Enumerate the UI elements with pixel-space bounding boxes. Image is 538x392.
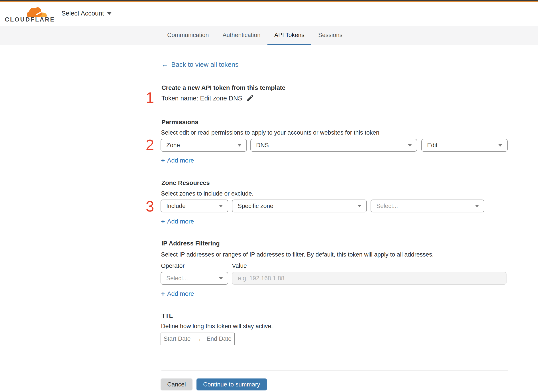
cloudflare-wordmark: CLOUDFLARE bbox=[5, 16, 49, 23]
start-date-placeholder: Start Date bbox=[164, 336, 191, 342]
add-zone-resource-button[interactable]: + Add more bbox=[161, 218, 194, 225]
ip-value-input[interactable] bbox=[232, 272, 506, 285]
top-accent-bar bbox=[0, 0, 538, 2]
permissions-row: Zone DNS Edit bbox=[161, 139, 508, 152]
cloudflare-logo: CLOUDFLARE bbox=[5, 3, 49, 24]
operator-label: Operator bbox=[161, 262, 185, 269]
step-marker-3: 3 bbox=[145, 199, 155, 214]
permissions-title: Permissions bbox=[161, 119, 198, 126]
add-ip-filter-button[interactable]: + Add more bbox=[161, 290, 194, 298]
token-form: ← Back to view all tokens 1 Create a new… bbox=[161, 45, 508, 392]
end-date-placeholder: End Date bbox=[206, 336, 232, 342]
zone-picker-select[interactable]: Select... bbox=[370, 200, 484, 212]
top-dark-strip bbox=[0, 0, 538, 1]
zone-include-exclude-select[interactable]: Include bbox=[161, 200, 228, 212]
profile-tab-bar: Communication Authentication API Tokens … bbox=[0, 26, 538, 45]
zone-scope-select[interactable]: Specific zone bbox=[232, 200, 367, 212]
plus-icon: + bbox=[161, 290, 165, 298]
add-permission-button[interactable]: + Add more bbox=[161, 157, 194, 164]
permission-scope-select[interactable]: Zone bbox=[161, 139, 247, 152]
zone-resources-row: Include Specific zone Select... bbox=[161, 200, 508, 212]
tab-authentication[interactable]: Authentication bbox=[216, 26, 267, 45]
step-marker-2: 2 bbox=[145, 137, 155, 152]
continue-to-summary-button[interactable]: Continue to summary bbox=[196, 378, 267, 390]
chevron-down-icon bbox=[219, 277, 223, 280]
cloudflare-cloud-icon bbox=[26, 6, 48, 18]
chevron-down-icon bbox=[475, 205, 479, 207]
ip-filtering-description: Select IP addresses or ranges of IP addr… bbox=[161, 251, 434, 258]
ttl-title: TTL bbox=[161, 313, 173, 319]
ip-filtering-title: IP Address Filtering bbox=[161, 240, 220, 247]
chevron-down-icon bbox=[238, 144, 242, 147]
tab-api-tokens[interactable]: API Tokens bbox=[267, 26, 311, 45]
ttl-date-range-button[interactable]: Start Date → End Date bbox=[161, 333, 235, 345]
ip-operator-select[interactable]: Select... bbox=[161, 272, 228, 285]
ip-filtering-row: Select... bbox=[161, 272, 508, 285]
right-arrow-icon: → bbox=[195, 336, 201, 343]
ttl-description: Define how long this token will stay act… bbox=[161, 323, 273, 330]
tab-communication[interactable]: Communication bbox=[160, 26, 216, 45]
chevron-down-icon bbox=[498, 144, 502, 147]
tab-sessions[interactable]: Sessions bbox=[311, 26, 350, 45]
permission-access-select[interactable]: Edit bbox=[421, 139, 508, 152]
back-link-label: Back to view all tokens bbox=[171, 61, 239, 68]
form-footer: Cancel Continue to summary bbox=[161, 378, 267, 390]
value-label: Value bbox=[232, 262, 247, 269]
chevron-down-icon bbox=[357, 205, 361, 207]
permission-resource-select[interactable]: DNS bbox=[250, 139, 417, 152]
permissions-description: Select edit or read permissions to apply… bbox=[161, 129, 379, 136]
cancel-button[interactable]: Cancel bbox=[161, 378, 192, 390]
create-token-title: Create a new API token from this templat… bbox=[161, 84, 285, 91]
token-name-line: Token name: Edit zone DNS bbox=[161, 94, 254, 102]
token-name-text: Token name: Edit zone DNS bbox=[161, 95, 242, 102]
chevron-down-icon bbox=[219, 205, 223, 207]
left-arrow-icon: ← bbox=[161, 61, 168, 68]
pencil-icon bbox=[246, 94, 254, 102]
app-header: CLOUDFLARE Select Account bbox=[0, 2, 538, 25]
account-selector-label: Select Account bbox=[61, 10, 104, 17]
step-marker-1: 1 bbox=[145, 90, 155, 105]
zone-resources-description: Select zones to include or exclude. bbox=[161, 190, 253, 197]
account-selector-button[interactable]: Select Account bbox=[61, 2, 112, 25]
chevron-down-icon bbox=[408, 144, 412, 147]
footer-divider bbox=[161, 370, 508, 370]
edit-token-name-button[interactable] bbox=[246, 94, 254, 102]
plus-icon: + bbox=[161, 157, 165, 164]
back-to-tokens-link[interactable]: ← Back to view all tokens bbox=[161, 61, 239, 68]
zone-resources-title: Zone Resources bbox=[161, 179, 210, 187]
plus-icon: + bbox=[161, 218, 165, 225]
chevron-down-icon bbox=[107, 12, 112, 15]
